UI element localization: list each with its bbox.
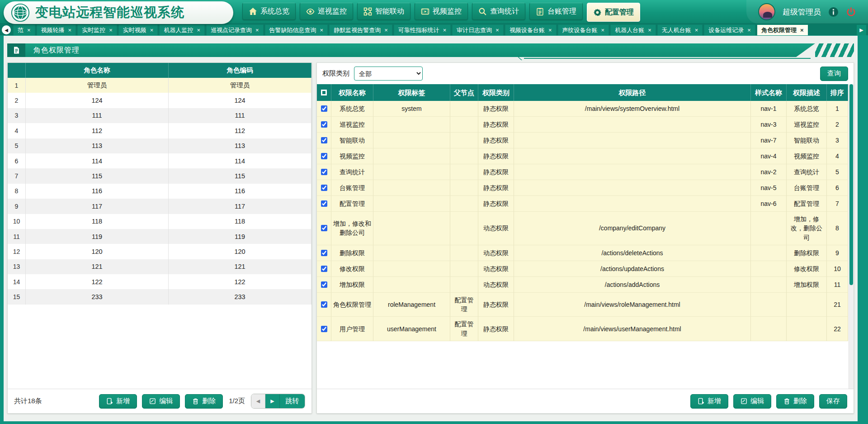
role-row-5[interactable]: 5113113 bbox=[8, 138, 311, 153]
row-checkbox[interactable] bbox=[321, 301, 327, 308]
row-checkbox[interactable] bbox=[321, 169, 327, 175]
row-checkbox[interactable] bbox=[321, 137, 327, 143]
tab-8[interactable]: 可靠性指标统计× bbox=[394, 24, 451, 35]
tab-14[interactable]: 设备运维记录× bbox=[704, 24, 755, 35]
permission-row-8[interactable]: 删除权限动态权限/actions/deleteActions删除权限9 bbox=[317, 245, 848, 261]
perm-add-button[interactable]: 新增 bbox=[690, 394, 728, 409]
nav-item-ledger[interactable]: 台账管理 bbox=[529, 3, 583, 20]
close-icon[interactable]: × bbox=[747, 27, 751, 33]
role-row-15[interactable]: 15233233 bbox=[8, 289, 311, 304]
perm-delete-button[interactable]: 删除 bbox=[776, 394, 814, 409]
logout-button[interactable] bbox=[846, 7, 856, 17]
jump-page-button[interactable]: 跳转 bbox=[279, 394, 305, 408]
tab-15[interactable]: 角色权限管理× bbox=[757, 24, 808, 35]
tab-1[interactable]: 视频轮播× bbox=[37, 24, 76, 35]
tab-10[interactable]: 视频设备台账× bbox=[505, 24, 557, 35]
tab-0[interactable]: 范× bbox=[13, 24, 35, 35]
role-row-13[interactable]: 13121121 bbox=[8, 259, 311, 274]
prev-page-button[interactable]: ◀ bbox=[251, 394, 265, 408]
row-checkbox[interactable] bbox=[321, 105, 327, 112]
tab-4[interactable]: 机器人监控× bbox=[159, 24, 205, 35]
permission-row-10[interactable]: 增加权限动态权限/actions/addActions增加权限11 bbox=[317, 277, 848, 293]
nav-item-video[interactable]: 视频监控 bbox=[415, 3, 468, 20]
tab-2[interactable]: 实时监控× bbox=[77, 24, 117, 35]
row-checkbox[interactable] bbox=[321, 225, 327, 231]
close-icon[interactable]: × bbox=[255, 27, 259, 33]
tab-scroll-right-button[interactable]: ▶ bbox=[856, 24, 867, 35]
close-icon[interactable]: × bbox=[695, 27, 698, 33]
role-row-3[interactable]: 3111111 bbox=[8, 108, 311, 123]
role-row-6[interactable]: 6114114 bbox=[8, 153, 311, 168]
row-checkbox[interactable] bbox=[321, 266, 327, 272]
role-add-button[interactable]: 新增 bbox=[99, 394, 137, 409]
permission-type-select[interactable]: 全部 bbox=[354, 67, 423, 81]
close-icon[interactable]: × bbox=[109, 27, 113, 33]
tab-5[interactable]: 巡视点记录查询× bbox=[206, 24, 264, 35]
role-row-12[interactable]: 12120120 bbox=[8, 244, 311, 259]
tab-scroll-left-button[interactable]: ◀ bbox=[2, 25, 11, 34]
close-icon[interactable]: × bbox=[197, 27, 200, 33]
perm-save-button[interactable]: 保存 bbox=[819, 394, 847, 409]
permission-row-2[interactable]: 智能联动静态权限nav-7智能联动3 bbox=[317, 133, 848, 148]
permission-row-12[interactable]: 用户管理userManagement配置管理静态权限/main/views/us… bbox=[317, 317, 848, 341]
close-icon[interactable]: × bbox=[648, 27, 651, 33]
next-page-button[interactable]: ▶ bbox=[265, 394, 279, 408]
avatar[interactable] bbox=[758, 3, 775, 20]
role-row-9[interactable]: 9117117 bbox=[8, 199, 311, 214]
role-row-7[interactable]: 7115115 bbox=[8, 168, 311, 183]
close-icon[interactable]: × bbox=[27, 27, 31, 33]
nav-item-smart-link[interactable]: 智能联动 bbox=[357, 3, 410, 20]
tab-3[interactable]: 实时视频× bbox=[118, 24, 158, 35]
role-row-11[interactable]: 11119119 bbox=[8, 229, 311, 244]
permission-row-9[interactable]: 修改权限动态权限/actions/updateActions修改权限10 bbox=[317, 261, 848, 277]
row-checkbox[interactable] bbox=[321, 200, 327, 207]
permission-row-6[interactable]: 配置管理静态权限nav-6配置管理7 bbox=[317, 196, 848, 212]
row-checkbox[interactable] bbox=[321, 121, 327, 128]
scrollbar-thumb[interactable] bbox=[849, 84, 853, 285]
tab-11[interactable]: 声纹设备台账× bbox=[558, 24, 609, 35]
close-icon[interactable]: × bbox=[601, 27, 605, 33]
nav-item-home[interactable]: 系统总览 bbox=[242, 3, 296, 20]
row-checkbox[interactable] bbox=[321, 185, 327, 191]
tab-6[interactable]: 告警缺陷信息查询× bbox=[265, 24, 328, 35]
role-row-4[interactable]: 4112112 bbox=[8, 123, 311, 138]
perm-edit-button[interactable]: 编辑 bbox=[733, 394, 771, 409]
permission-row-5[interactable]: 台账管理静态权限nav-5台账管理6 bbox=[317, 180, 848, 196]
scrollbar-track[interactable] bbox=[849, 84, 854, 389]
role-row-1[interactable]: 1管理员管理员 bbox=[8, 78, 311, 93]
row-checkbox[interactable] bbox=[321, 250, 327, 256]
close-icon[interactable]: × bbox=[384, 27, 388, 33]
close-icon[interactable]: × bbox=[320, 27, 324, 33]
info-button[interactable] bbox=[828, 7, 839, 17]
tab-9[interactable]: 审计日志查询× bbox=[452, 24, 504, 35]
tab-7[interactable]: 静默监视告警查询× bbox=[329, 24, 392, 35]
role-edit-button[interactable]: 编辑 bbox=[142, 394, 180, 409]
role-row-10[interactable]: 10118118 bbox=[8, 214, 311, 229]
close-icon[interactable]: × bbox=[68, 27, 72, 33]
permission-row-7[interactable]: 增加，修改和删除公司动态权限/company/editCompany增加，修改，… bbox=[317, 212, 848, 245]
permission-row-3[interactable]: 视频监控静态权限nav-4视频监控4 bbox=[317, 148, 848, 164]
permission-row-1[interactable]: 巡视监控静态权限nav-3巡视监控2 bbox=[317, 117, 848, 133]
row-checkbox[interactable] bbox=[321, 326, 327, 332]
role-row-8[interactable]: 8116116 bbox=[8, 184, 311, 199]
tab-13[interactable]: 无人机台账× bbox=[657, 24, 703, 35]
nav-item-gear[interactable]: 配置管理 bbox=[587, 3, 640, 22]
tab-12[interactable]: 机器人台账× bbox=[610, 24, 656, 35]
close-icon[interactable]: × bbox=[150, 27, 154, 33]
permission-row-0[interactable]: 系统总览system静态权限/main/views/systemOverview… bbox=[317, 101, 848, 117]
close-icon[interactable]: × bbox=[548, 27, 552, 33]
query-button[interactable]: 查询 bbox=[820, 67, 848, 81]
row-checkbox[interactable] bbox=[321, 281, 327, 288]
row-checkbox[interactable] bbox=[321, 153, 327, 159]
permission-row-4[interactable]: 查询统计静态权限nav-2查询统计5 bbox=[317, 164, 848, 180]
role-row-14[interactable]: 14122122 bbox=[8, 274, 311, 289]
close-icon[interactable]: × bbox=[800, 27, 804, 33]
nav-item-search[interactable]: 查询统计 bbox=[472, 3, 525, 20]
close-icon[interactable]: × bbox=[443, 27, 447, 33]
permission-row-11[interactable]: 角色权限管理roleManagement配置管理静态权限/main/views/… bbox=[317, 293, 848, 317]
role-delete-button[interactable]: 删除 bbox=[185, 394, 223, 409]
close-icon[interactable]: × bbox=[495, 27, 499, 33]
select-all-checkbox-icon[interactable] bbox=[321, 90, 327, 95]
select-all-cell[interactable] bbox=[317, 84, 331, 101]
nav-item-eye[interactable]: 巡视监控 bbox=[300, 3, 353, 20]
